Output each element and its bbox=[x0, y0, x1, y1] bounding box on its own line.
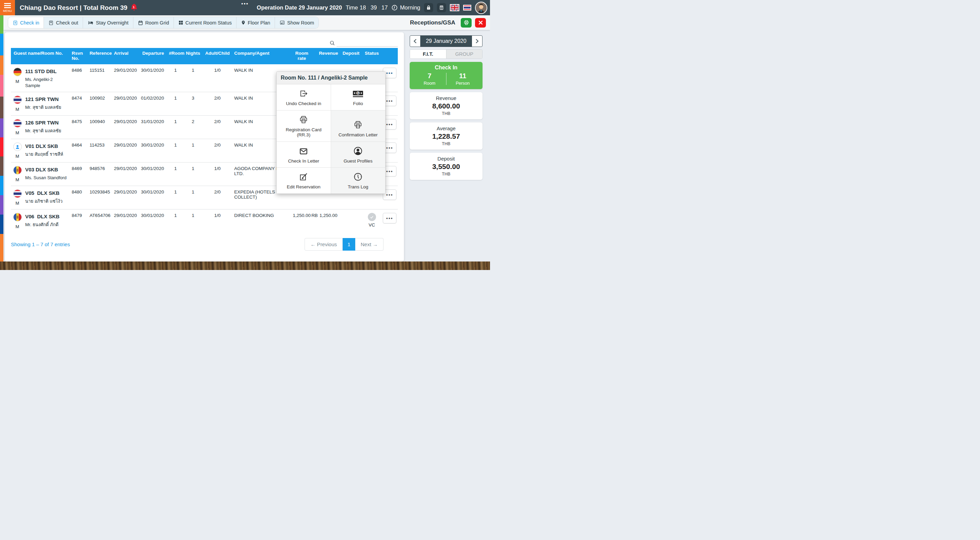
time-hours: 18 bbox=[360, 5, 366, 11]
thai-flag-language[interactable] bbox=[463, 5, 471, 11]
toolbar-button-show-room[interactable]: Show Room bbox=[275, 17, 318, 28]
next-day-button[interactable] bbox=[472, 36, 482, 47]
departure-date: 30/01/2020 bbox=[139, 210, 167, 233]
toolbar-button-check-out[interactable]: Check out bbox=[44, 17, 83, 28]
guest-icon bbox=[353, 146, 363, 156]
popup-action-folio[interactable]: $Folio bbox=[331, 84, 385, 111]
guest-name: Ms. Susan Standford bbox=[25, 175, 66, 181]
reference: AT654706 bbox=[88, 210, 112, 233]
room-count: 1 bbox=[167, 186, 183, 210]
column-header-deposit: Deposit bbox=[340, 48, 363, 64]
guest-avatar-icon bbox=[13, 143, 22, 151]
popup-action-registration-card-rr-3-[interactable]: Registration Card (RR.3) bbox=[277, 111, 331, 142]
toolbar-button-label: Stay Overnight bbox=[96, 20, 129, 25]
popup-action-label: Folio bbox=[353, 101, 363, 106]
lock-button[interactable] bbox=[424, 3, 433, 12]
toolbar-button-label: Check in bbox=[20, 20, 39, 25]
column-header-departure: Departure bbox=[139, 48, 167, 64]
strip-segment bbox=[0, 176, 3, 195]
pin-icon bbox=[241, 20, 246, 25]
guest-name: Mr. สุชาติ มงคลชัย bbox=[25, 128, 61, 134]
calculator-button[interactable] bbox=[437, 3, 446, 12]
popup-action-label: Registration Card (RR.3) bbox=[279, 127, 329, 138]
toolbar-button-check-in[interactable]: Check in bbox=[8, 17, 44, 28]
column-header-revenue: Revenue bbox=[316, 48, 340, 64]
previous-day-button[interactable] bbox=[410, 36, 420, 47]
room-number: V06 DLX SKB bbox=[25, 214, 60, 219]
page-title: Chiang Dao Resort | Total Room 39 bbox=[20, 4, 127, 11]
reference: 100902 bbox=[88, 92, 112, 116]
calendar-icon bbox=[138, 20, 143, 25]
popup-action-edit-reservation[interactable]: Edit Reservation bbox=[277, 168, 331, 194]
row-actions-button[interactable]: ●●● bbox=[383, 213, 396, 223]
popup-action-guest-profiles[interactable]: Guest Profiles bbox=[331, 142, 385, 168]
column-header-room-rate: Room rate bbox=[287, 48, 316, 64]
departure-date: 01/02/2020 bbox=[139, 92, 167, 116]
column-header-nights: Nights bbox=[183, 48, 202, 64]
popup-title: Room No. 111 / Angeliki-2 Sample bbox=[277, 72, 385, 84]
toolbar-button-floor-plan[interactable]: Floor Plan bbox=[237, 17, 275, 28]
popup-action-check-in-letter[interactable]: Check In Letter bbox=[277, 142, 331, 168]
notification-bell-icon[interactable]: 1 bbox=[130, 4, 137, 12]
menu-button[interactable]: MENU bbox=[0, 0, 15, 15]
checkin-title: Check In bbox=[413, 65, 479, 71]
tab-group[interactable]: GROUP bbox=[446, 50, 482, 59]
thailand-flag-icon bbox=[13, 119, 22, 127]
chevron-left-icon bbox=[413, 39, 417, 43]
logout-icon bbox=[298, 89, 309, 98]
svg-text:$: $ bbox=[357, 91, 360, 95]
entries-summary: Showing 1 – 7 of 7 entries bbox=[11, 241, 70, 247]
popup-action-trans-log[interactable]: Trans Log bbox=[331, 168, 385, 194]
stat-currency: THB bbox=[413, 111, 479, 116]
image-icon bbox=[279, 20, 285, 25]
room-number: 111 STD DBL bbox=[25, 68, 68, 74]
column-header-guest-name-room-no-: Guest name/Room No. bbox=[11, 48, 70, 64]
stat-value: 1,228.57 bbox=[413, 132, 479, 140]
toolbar-button-current-room-status[interactable]: Current Room Status bbox=[174, 17, 237, 28]
close-button[interactable] bbox=[475, 18, 486, 27]
next-page-button[interactable]: Next → bbox=[355, 238, 383, 251]
popup-action-label: Edit Reservation bbox=[287, 185, 321, 190]
room-count: 1 bbox=[167, 162, 183, 186]
toolbar-button-room-grid[interactable]: Room Grid bbox=[134, 17, 174, 28]
member-badge: M bbox=[16, 224, 19, 229]
room-rate-cell: 1,250.00RB bbox=[287, 210, 316, 233]
popup-action-confirmation-letter[interactable]: Confirmation Letter bbox=[331, 111, 385, 142]
search-input[interactable] bbox=[337, 38, 398, 47]
bed-icon bbox=[88, 20, 94, 25]
envelope-icon bbox=[298, 147, 309, 156]
time-seconds: 17 bbox=[382, 5, 388, 11]
strip-segment bbox=[0, 97, 3, 118]
stat-value: 3,550.00 bbox=[413, 162, 479, 171]
room-count: 1 bbox=[167, 64, 183, 92]
strip-segment bbox=[0, 15, 3, 34]
rsvn-no: 8474 bbox=[70, 92, 88, 116]
topbar: MENU Chiang Dao Resort | Total Room 39 1… bbox=[0, 0, 490, 15]
tab-fit[interactable]: F.I.T. bbox=[410, 50, 446, 59]
uk-flag-language[interactable] bbox=[450, 4, 460, 11]
popup-action-label: Trans Log bbox=[348, 185, 368, 190]
topbar-dots-handle[interactable]: ••• bbox=[241, 1, 249, 6]
guest-type-tabs: F.I.T. GROUP bbox=[410, 49, 482, 59]
arrival-date: 29/01/2020 bbox=[112, 64, 139, 92]
popup-action-undo-checked-in[interactable]: Undo Checked in bbox=[277, 84, 331, 111]
arrival-date: 29/01/2020 bbox=[112, 210, 139, 233]
page-number-button[interactable]: 1 bbox=[343, 238, 355, 251]
table-header-row: Guest name/Room No.Rsvn No.ReferenceArri… bbox=[11, 48, 398, 64]
room-number: V01 DLX SKB bbox=[25, 143, 63, 149]
close-icon bbox=[478, 20, 483, 25]
user-avatar[interactable] bbox=[475, 2, 487, 14]
toolbar-button-stay-overnight[interactable]: Stay Overnight bbox=[83, 17, 134, 28]
checkin-person-count: 11 bbox=[459, 72, 466, 80]
guest-name: นาย สัมฤทธิ์ ราชสีห์ bbox=[25, 151, 63, 157]
toolbar-button-label: Current Room Status bbox=[185, 20, 232, 25]
pagination: ← Previous 1 Next → bbox=[305, 238, 383, 251]
guest-name: Mr. ธนงศักดิ์ ภักดี bbox=[25, 222, 60, 228]
strip-segment bbox=[0, 214, 3, 234]
member-badge: M bbox=[16, 130, 19, 135]
departure-date: 31/01/2020 bbox=[139, 116, 167, 139]
previous-page-button[interactable]: ← Previous bbox=[305, 238, 343, 251]
rsvn-no: 8486 bbox=[70, 64, 88, 92]
printer-icon bbox=[353, 120, 363, 130]
print-button[interactable] bbox=[461, 18, 472, 27]
